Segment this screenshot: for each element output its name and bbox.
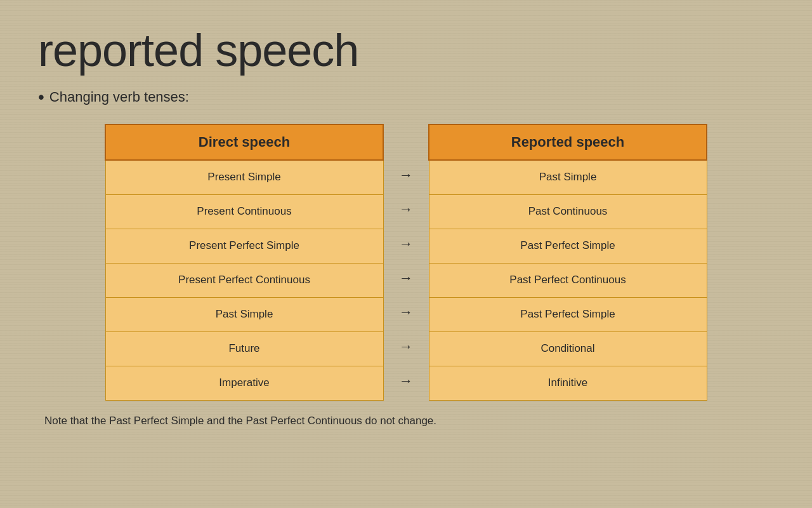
direct-row: Present Perfect Continuous: [105, 263, 383, 297]
arrow-icon: →: [399, 158, 413, 192]
reported-speech-header: Reported speech: [429, 124, 707, 160]
reported-row: Conditional: [429, 331, 707, 366]
note-text: Note that the Past Perfect Simple and th…: [38, 415, 774, 427]
bullet-point: •: [38, 88, 44, 106]
direct-row: Future: [105, 331, 383, 366]
arrow-icon: →: [399, 330, 413, 364]
direct-speech-header: Direct speech: [105, 124, 383, 160]
subtitle-text: Changing verb tenses:: [49, 89, 189, 105]
reported-row: Past Perfect Continuous: [429, 263, 707, 297]
arrow-icon: →: [399, 364, 413, 398]
direct-row: Present Perfect Simple: [105, 229, 383, 263]
reported-speech-table: Reported speech Past SimplePast Continuo…: [428, 124, 707, 401]
reported-row: Past Perfect Simple: [429, 229, 707, 263]
page-title: reported speech: [38, 25, 774, 76]
reported-row: Past Continuous: [429, 194, 707, 229]
reported-row: Infinitive: [429, 366, 707, 400]
reported-speech-table-wrapper: Reported speech Past SimplePast Continuo…: [428, 124, 707, 401]
direct-speech-table: Direct speech Present SimplePresent Cont…: [105, 124, 384, 401]
direct-row: Present Simple: [105, 160, 383, 194]
direct-row: Present Continuous: [105, 194, 383, 229]
tables-container: Direct speech Present SimplePresent Cont…: [38, 124, 774, 401]
arrow-icon: →: [399, 261, 413, 295]
page-content: reported speech • Changing verb tenses: …: [0, 0, 812, 446]
arrow-column: →→→→→→→: [384, 124, 428, 398]
arrow-icon: →: [399, 227, 413, 261]
reported-row: Past Perfect Simple: [429, 297, 707, 331]
direct-speech-table-wrapper: Direct speech Present SimplePresent Cont…: [105, 124, 384, 401]
arrow-icon: →: [399, 192, 413, 227]
reported-row: Past Simple: [429, 160, 707, 194]
direct-row: Imperative: [105, 366, 383, 400]
arrow-icon: →: [399, 295, 413, 330]
direct-row: Past Simple: [105, 297, 383, 331]
subtitle: • Changing verb tenses:: [38, 88, 774, 106]
